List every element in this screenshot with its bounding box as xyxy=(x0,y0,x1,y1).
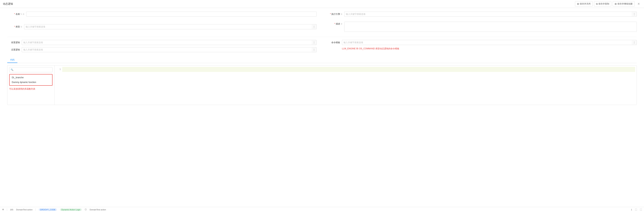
cmd-template-row: 命令模板 ⋮ xyxy=(328,40,637,45)
pre-logic-select-wrap: ⋮ xyxy=(22,40,316,45)
post-logic-select-wrap: ⋮ xyxy=(22,47,316,52)
code-section: 代码 🔍 DL_branche Dummy dynamic function 可… xyxy=(7,57,637,105)
exec-engine-more-icon: ⋮ xyxy=(633,13,636,15)
page-title: 动态逻辑 xyxy=(3,2,13,5)
code-editor[interactable]: 1 xyxy=(58,65,636,105)
code-tabs: 代码 xyxy=(7,57,637,63)
exec-engine-info-icon: ① xyxy=(341,13,342,15)
desc-textarea[interactable] xyxy=(344,22,637,32)
code-editor-inner: 1 xyxy=(59,67,635,72)
pre-logic-more-button[interactable]: ⋮ xyxy=(312,40,316,45)
post-logic-label: 后置逻辑 xyxy=(7,48,20,51)
status-pill1: GROOVY_CODE xyxy=(38,209,57,211)
expand2-icon: ⛶ xyxy=(640,209,642,211)
fn-list-item-1[interactable]: Dummy dynamic function xyxy=(10,80,52,85)
fn-search-input[interactable] xyxy=(9,67,52,72)
type-more-icon: ⋮ xyxy=(313,25,315,28)
fn-list-note: 可以直接调用的库函数列表 xyxy=(9,87,52,91)
status-pill1-wrap: GROOVY_CODE xyxy=(38,209,57,211)
save-continue-button[interactable]: ⊞ 保存并继续创建 xyxy=(613,1,634,6)
top-bar: 动态逻辑 ⊞ 保存并关闭 ⧉ 保存并复制 ⊞ 保存并继续创建 ✕ xyxy=(0,0,644,8)
save-copy-button[interactable]: ⧉ 保存并复制 xyxy=(594,1,611,6)
status-pill2-wrap: Dynamic Action Logic xyxy=(60,209,82,211)
status-expand1[interactable]: ⛶ xyxy=(635,209,637,211)
status-page-number: 1 xyxy=(631,209,632,211)
form-section-second: 类型 ① ⋮ 描述 ① xyxy=(7,22,637,34)
type-more-button[interactable]: ⋮ xyxy=(312,24,316,29)
desc-row: 描述 ① xyxy=(328,22,637,32)
close-button[interactable]: ✕ xyxy=(636,1,641,6)
status-number: 165 xyxy=(10,209,13,211)
status-info-icon-wrap: ⓘ xyxy=(85,208,87,211)
type-row: 类型 ① ⋮ xyxy=(7,22,316,32)
line-number-1: 1 xyxy=(59,67,62,72)
code-editor-wrap: 🔍 DL_branche Dummy dynamic function 可以直接… xyxy=(7,65,637,105)
save-close-button[interactable]: ⊞ 保存并关闭 xyxy=(575,1,592,6)
status-action1-label: DomainTest action xyxy=(16,209,32,211)
pre-logic-label: 前置逻辑 xyxy=(7,41,20,44)
status-number-value: 165 xyxy=(10,209,13,211)
save-close-icon: ⊞ xyxy=(577,2,579,5)
pre-logic-row: 前置逻辑 ⋮ xyxy=(7,40,316,45)
fn-panel: 🔍 DL_branche Dummy dynamic function 可以直接… xyxy=(8,65,54,105)
status-expand2[interactable]: ⛶ xyxy=(640,209,642,211)
tab-code[interactable]: 代码 xyxy=(7,57,18,63)
pencil-icon: ✎ xyxy=(20,13,22,15)
fn-search-icon: 🔍 xyxy=(11,68,14,71)
post-logic-row: 后置逻辑 ⋮ xyxy=(7,47,316,52)
cmd-template-more-button[interactable]: ⋮ xyxy=(632,40,637,45)
gear-icon: ⚙ xyxy=(2,209,4,211)
status-info-icon: ⓘ xyxy=(85,208,87,211)
exec-engine-label: 执行引擎 xyxy=(328,13,340,16)
save-continue-icon: ⊞ xyxy=(615,2,617,5)
status-gear: ⚙ xyxy=(2,209,4,211)
cmd-template-note: LLM_ENGINE 和 OS_COMMAND 类型动态逻辑的命令模板 xyxy=(328,47,637,50)
post-logic-more-icon: ⋮ xyxy=(313,48,315,51)
save-copy-label: 保存并复制 xyxy=(598,2,609,5)
fn-list-box: DL_branche Dummy dynamic function xyxy=(9,74,52,86)
exec-engine-select-wrap: ⋮ xyxy=(344,11,637,17)
header-actions: ⊞ 保存并关闭 ⧉ 保存并复制 ⊞ 保存并继续创建 ✕ xyxy=(575,1,641,6)
fn-list-item-0[interactable]: DL_branche xyxy=(10,75,52,80)
type-input[interactable] xyxy=(24,24,312,29)
desc-info-icon: ① xyxy=(341,23,342,25)
type-info-icon: ① xyxy=(20,26,22,28)
pre-logic-more-icon: ⋮ xyxy=(313,41,315,44)
status-pill2: Dynamic Action Logic xyxy=(60,209,82,211)
close-icon: ✕ xyxy=(638,2,640,5)
name-label: 名称 xyxy=(7,13,20,16)
cmd-template-label: 命令模板 xyxy=(328,41,340,44)
desc-label: 描述 xyxy=(328,22,340,25)
cmd-template-select-wrap: ⋮ xyxy=(342,40,637,45)
type-label: 类型 xyxy=(7,25,20,28)
logic-left: 前置逻辑 ⋮ 后置逻辑 ⋮ xyxy=(7,40,316,54)
main-content: 名称 ✎ ① 执行引擎 ① ⋮ 类型 ① xyxy=(0,8,644,207)
save-continue-label: 保存并继续创建 xyxy=(618,2,632,5)
save-copy-icon: ⧉ xyxy=(596,2,598,5)
save-close-label: 保存并关闭 xyxy=(580,2,590,5)
exec-engine-input[interactable] xyxy=(344,11,632,17)
status-divider-2 xyxy=(36,209,36,211)
status-page-num: 1 xyxy=(631,209,632,211)
code-line-1[interactable] xyxy=(62,67,635,72)
cmd-template-input[interactable] xyxy=(342,40,632,45)
cmd-template-more-icon: ⋮ xyxy=(633,41,636,44)
logic-section: 前置逻辑 ⋮ 后置逻辑 ⋮ xyxy=(7,40,637,54)
form-section-top: 名称 ✎ ① 执行引擎 ① ⋮ xyxy=(7,11,637,19)
status-action1: DomainTest action xyxy=(16,209,32,211)
status-action2: DomainTest action xyxy=(90,209,106,211)
post-logic-more-button[interactable]: ⋮ xyxy=(312,47,316,52)
exec-engine-row: 执行引擎 ① ⋮ xyxy=(328,11,637,17)
info-icon: ① xyxy=(23,13,24,15)
name-row: 名称 ✎ ① xyxy=(7,11,316,17)
logic-right: 命令模板 ⋮ LLM_ENGINE 和 OS_COMMAND 类型动态逻辑的命令… xyxy=(328,40,637,50)
exec-engine-more-button[interactable]: ⋮ xyxy=(632,11,637,17)
post-logic-input[interactable] xyxy=(22,47,312,52)
status-bar: ⚙ 165 DomainTest action GROOVY_CODE Dyna… xyxy=(0,207,644,212)
name-input[interactable] xyxy=(26,11,316,17)
status-action2-label: DomainTest action xyxy=(90,209,106,211)
fn-search-wrap: 🔍 xyxy=(9,67,52,72)
expand1-icon: ⛶ xyxy=(635,209,637,211)
type-select-wrap: ⋮ xyxy=(24,24,316,29)
pre-logic-input[interactable] xyxy=(22,40,312,45)
